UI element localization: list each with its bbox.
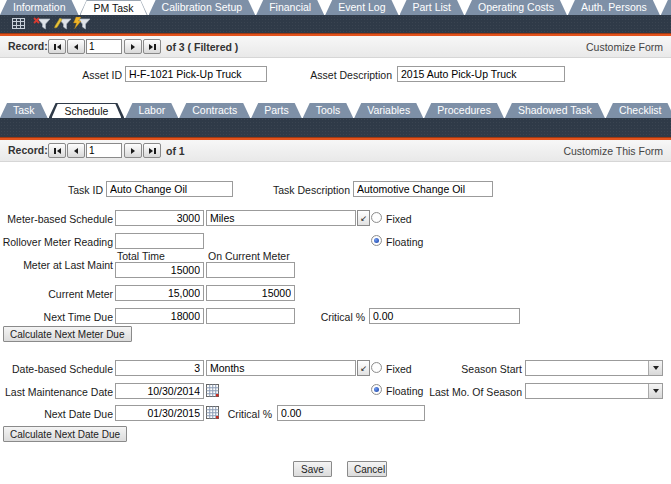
tab-task[interactable]: Task [0, 103, 48, 118]
tab-tools[interactable]: Tools [303, 103, 354, 118]
next-record-button[interactable] [124, 39, 142, 54]
asset-description-input[interactable] [397, 66, 565, 82]
current-meter-current-input[interactable] [206, 285, 295, 301]
record-number-input[interactable] [86, 143, 122, 158]
meter-critical-input[interactable] [369, 308, 520, 324]
next-record-button[interactable] [124, 143, 142, 158]
date-fixed-label: Fixed [386, 363, 412, 375]
main-tab-bar: Information PM Task Calibration Setup Fi… [0, 0, 671, 15]
next-time-due-total-input[interactable] [115, 308, 204, 324]
last-maint-current-input[interactable] [206, 262, 295, 278]
date-floating-radio[interactable] [371, 384, 382, 395]
customize-this-form-link[interactable]: Customize This Form [563, 145, 663, 157]
record-number-input[interactable] [86, 39, 122, 54]
filter-edit-icon[interactable] [54, 17, 72, 30]
tab-pm-task[interactable]: PM Task [80, 0, 148, 15]
tab-part-list[interactable]: Part List [400, 0, 465, 15]
task-id-input[interactable] [106, 181, 233, 197]
toolbar [0, 15, 671, 33]
season-start-dropdown[interactable] [525, 360, 663, 376]
sub-tab-underbar [0, 118, 671, 137]
tab-shadowed-task[interactable]: Shadowed Task [505, 103, 605, 118]
tab-labor[interactable]: Labor [125, 103, 178, 118]
filter-remove-icon[interactable] [33, 17, 51, 30]
tab-procedures[interactable]: Procedures [424, 103, 504, 118]
meter-unit-combo: ↙ [206, 210, 370, 226]
meter-schedule-label: Meter-based Schedule [7, 213, 113, 225]
last-maintenance-date-label: Last Maintenance Date [5, 386, 113, 398]
date-critical-label: Critical % [228, 408, 272, 420]
tab-financial[interactable]: Financial [256, 0, 324, 15]
record-count-text: of 1 [166, 145, 185, 157]
meter-unit-dropdown-icon[interactable]: ↙ [357, 210, 370, 226]
meter-fixed-radio[interactable] [371, 212, 382, 223]
current-meter-total-input[interactable] [115, 285, 204, 301]
rollover-input[interactable] [115, 233, 204, 249]
tab-calibration-setup[interactable]: Calibration Setup [149, 0, 256, 15]
calculate-next-meter-due-button[interactable]: Calculate Next Meter Due [3, 326, 132, 342]
last-mo-of-season-label: Last Mo. Of Season [429, 386, 522, 398]
first-record-button[interactable] [48, 143, 66, 158]
meter-last-maint-label: Meter at Last Maint [23, 259, 113, 271]
tab-schedule[interactable]: Schedule [49, 103, 125, 118]
date-unit-dropdown-icon[interactable]: ↙ [357, 360, 370, 376]
last-record-button[interactable] [143, 143, 161, 158]
tab-event-log[interactable]: Event Log [325, 0, 398, 15]
total-time-column-header: Total Time [117, 250, 165, 262]
prev-record-button[interactable] [67, 143, 85, 158]
filter-flash-icon[interactable] [73, 17, 91, 30]
current-meter-label: Current Meter [48, 288, 113, 300]
first-record-button[interactable] [48, 39, 66, 54]
tab-checklist[interactable]: Checklist [606, 103, 671, 118]
tab-operating-costs[interactable]: Operating Costs [465, 0, 567, 15]
record-bar-top: Record: of 3 ( Filtered ) Customize Form [0, 36, 671, 58]
record-label: Record: [8, 144, 48, 156]
next-time-due-current-input[interactable] [206, 308, 295, 324]
task-description-label: Task Description [273, 184, 350, 196]
date-unit-input[interactable] [206, 360, 356, 376]
tab-grouping[interactable]: Grouping [661, 0, 671, 15]
tab-information[interactable]: Information [0, 0, 79, 15]
record-label: Record: [8, 40, 48, 52]
tab-parts[interactable]: Parts [251, 103, 302, 118]
asset-description-label: Asset Description [310, 69, 392, 81]
last-maintenance-date-input[interactable] [115, 383, 204, 399]
customize-form-link[interactable]: Customize Form [586, 41, 663, 53]
grid-view-icon[interactable] [10, 17, 28, 30]
date-critical-input[interactable] [277, 405, 425, 421]
meter-unit-input[interactable] [206, 210, 356, 226]
save-button[interactable]: Save [293, 461, 332, 477]
calculate-next-date-due-button[interactable]: Calculate Next Date Due [3, 426, 127, 442]
record-count-text: of 3 ( Filtered ) [166, 41, 238, 53]
last-record-button[interactable] [143, 39, 161, 54]
meter-floating-radio[interactable] [371, 235, 382, 246]
asset-id-label: Asset ID [82, 69, 122, 81]
next-time-due-label: Next Time Due [44, 311, 113, 323]
meter-fixed-label: Fixed [386, 213, 412, 225]
rollover-label: Rollover Meter Reading [3, 236, 113, 248]
date-fixed-radio[interactable] [371, 362, 382, 373]
asset-id-input[interactable] [125, 66, 267, 82]
task-id-label: Task ID [68, 184, 103, 196]
meter-critical-label: Critical % [321, 311, 365, 323]
tab-contracts[interactable]: Contracts [179, 103, 250, 118]
next-date-due-label: Next Date Due [44, 408, 113, 420]
meter-schedule-input[interactable] [115, 210, 204, 226]
cancel-button[interactable]: Cancel [347, 461, 387, 477]
last-maint-total-input[interactable] [115, 262, 204, 278]
task-description-input[interactable] [353, 181, 493, 197]
prev-record-button[interactable] [67, 39, 85, 54]
next-date-due-input[interactable] [115, 405, 204, 421]
next-date-due-calendar-icon[interactable] [206, 406, 219, 419]
tab-variables[interactable]: Variables [354, 103, 423, 118]
last-maintenance-date-calendar-icon[interactable] [206, 384, 219, 397]
record-bar-sub: Record: of 1 Customize This Form [0, 140, 671, 162]
date-schedule-label: Date-based Schedule [12, 363, 113, 375]
last-mo-of-season-dropdown-icon[interactable] [648, 384, 662, 398]
season-start-label: Season Start [461, 363, 522, 375]
date-schedule-input[interactable] [115, 360, 204, 376]
season-start-dropdown-icon[interactable] [648, 361, 662, 375]
last-mo-of-season-dropdown[interactable] [525, 383, 663, 399]
date-unit-combo: ↙ [206, 360, 370, 376]
tab-auth-persons[interactable]: Auth. Persons [568, 0, 660, 15]
